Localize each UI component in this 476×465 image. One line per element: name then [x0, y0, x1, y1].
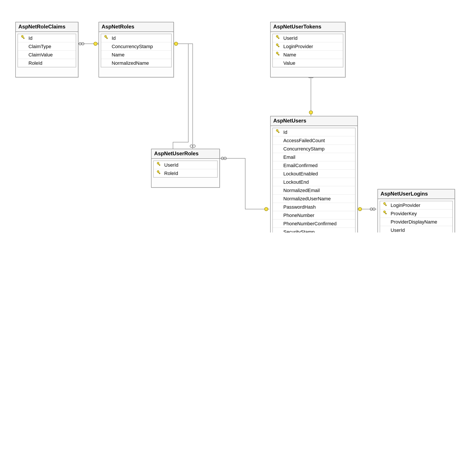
rel-userroles-users: [219, 157, 269, 211]
svg-point-16: [265, 207, 268, 211]
svg-point-5: [94, 42, 97, 45]
entity-columns: UserIdLoginProviderNameValue: [272, 34, 343, 67]
column-row[interactable]: PhoneNumberConfirmed: [273, 220, 355, 228]
column-name: ClaimType: [27, 42, 74, 50]
primary-key-icon: [275, 51, 282, 59]
column-row[interactable]: NormalizedEmail: [273, 186, 355, 195]
column-row[interactable]: Name: [101, 51, 171, 59]
erd-canvas: AspNetRoleClaims IdClaimTypeClaimValueRo…: [0, 0, 476, 232]
primary-key-icon: [103, 34, 110, 42]
column-row[interactable]: NormalizedName: [101, 59, 171, 67]
column-row[interactable]: UserId: [380, 226, 452, 232]
column-row[interactable]: LoginProvider: [273, 42, 343, 51]
entity-columns: IdConcurrencyStampNameNormalizedName: [101, 34, 172, 67]
column-row[interactable]: Id: [18, 34, 76, 42]
column-name: UserId: [389, 226, 451, 232]
primary-key-icon: [275, 42, 282, 50]
entity-aspnetusers[interactable]: AspNetUsers IdAccessFailedCountConcurren…: [270, 116, 358, 232]
column-name: NormalizedEmail: [282, 186, 353, 194]
primary-key-icon: [382, 201, 389, 209]
svg-point-7: [174, 42, 178, 45]
column-row[interactable]: AccessFailedCount: [273, 137, 355, 145]
column-row[interactable]: ProviderKey: [380, 210, 452, 218]
column-row[interactable]: LockoutEnabled: [273, 170, 355, 178]
column-name: NormalizedUserName: [282, 195, 353, 202]
entity-title: AspNetUsers: [271, 116, 357, 126]
rel-roleclaims-roles: [77, 42, 98, 45]
primary-key-icon: [275, 128, 282, 136]
column-name: ConcurrencyStamp: [110, 42, 169, 50]
column-name: Id: [282, 128, 353, 136]
column-row[interactable]: Email: [273, 153, 355, 161]
column-row[interactable]: ConcurrencyStamp: [101, 42, 171, 51]
column-row[interactable]: Value: [273, 59, 343, 67]
column-name: Value: [282, 59, 341, 67]
column-name: Email: [282, 153, 353, 161]
column-name: Id: [27, 34, 74, 42]
primary-key-icon: [155, 169, 163, 177]
column-name: ProviderDisplayName: [389, 218, 451, 226]
column-name: EmailConfirmed: [282, 161, 353, 169]
column-row[interactable]: RoleId: [18, 59, 76, 67]
column-row[interactable]: ProviderDisplayName: [380, 218, 452, 226]
column-name: PhoneNumber: [282, 211, 353, 219]
entity-aspnetroleclaims[interactable]: AspNetRoleClaims IdClaimTypeClaimValueRo…: [15, 22, 78, 77]
column-name: AccessFailedCount: [282, 137, 353, 144]
column-row[interactable]: LoginProvider: [380, 201, 452, 210]
svg-point-8: [190, 145, 193, 148]
entity-title: AspNetRoles: [99, 22, 173, 32]
primary-key-icon: [382, 210, 389, 217]
column-row[interactable]: Id: [101, 34, 171, 42]
column-row[interactable]: PhoneNumber: [273, 211, 355, 220]
entity-columns: UserIdRoleId: [153, 160, 218, 178]
column-name: ProviderKey: [389, 210, 451, 217]
column-name: Name: [282, 51, 341, 59]
primary-key-icon: [155, 161, 163, 169]
entity-aspnetuserroles[interactable]: AspNetUserRoles UserIdRoleId: [151, 149, 220, 188]
entity-aspnetusertokens[interactable]: AspNetUserTokens UserIdLoginProviderName…: [270, 22, 345, 77]
rel-roles-userroles: [173, 44, 188, 149]
rel-roles-userroles-2: [173, 42, 195, 150]
entity-aspnetroles[interactable]: AspNetRoles IdConcurrencyStampNameNormal…: [99, 22, 174, 77]
column-name: NormalizedName: [110, 59, 169, 67]
column-row[interactable]: UserId: [273, 34, 343, 42]
column-row[interactable]: RoleId: [154, 169, 217, 177]
column-row[interactable]: SecurityStamp: [273, 228, 355, 232]
entity-columns: LoginProviderProviderKeyProviderDisplayN…: [380, 201, 453, 232]
entity-title: AspNetRoleClaims: [16, 22, 78, 32]
column-name: UserId: [163, 161, 215, 169]
column-row[interactable]: Id: [273, 128, 355, 137]
primary-key-icon: [20, 34, 27, 42]
svg-point-4: [81, 42, 84, 45]
column-name: LockoutEnabled: [282, 170, 353, 178]
column-row[interactable]: NormalizedUserName: [273, 195, 355, 203]
column-name: UserId: [282, 34, 341, 42]
column-row[interactable]: Name: [273, 51, 343, 59]
entity-title: AspNetUserTokens: [271, 22, 345, 32]
column-name: PasswordHash: [282, 203, 353, 211]
column-name: PhoneNumberConfirmed: [282, 220, 353, 227]
svg-point-20: [373, 208, 375, 211]
column-name: LoginProvider: [282, 42, 341, 50]
column-row[interactable]: PasswordHash: [273, 203, 355, 211]
column-row[interactable]: ClaimType: [18, 42, 76, 51]
entity-columns: IdClaimTypeClaimValueRoleId: [18, 34, 76, 67]
column-row[interactable]: EmailConfirmed: [273, 161, 355, 170]
entity-aspnetuserlogins[interactable]: AspNetUserLogins LoginProviderProviderKe…: [377, 189, 455, 232]
entity-title: AspNetUserLogins: [378, 190, 454, 199]
column-row[interactable]: ConcurrencyStamp: [273, 145, 355, 153]
column-name: ClaimValue: [27, 51, 74, 59]
column-name: RoleId: [27, 59, 74, 67]
column-name: RoleId: [163, 169, 215, 177]
column-name: LoginProvider: [389, 201, 451, 209]
svg-point-3: [79, 42, 81, 45]
svg-point-13: [309, 111, 313, 114]
entity-columns: IdAccessFailedCountConcurrencyStampEmail…: [272, 128, 355, 232]
column-row[interactable]: ClaimValue: [18, 51, 76, 59]
column-name: SecurityStamp: [282, 228, 353, 232]
primary-key-icon: [275, 34, 282, 42]
column-row[interactable]: LockoutEnd: [273, 178, 355, 186]
column-name: Id: [110, 34, 169, 42]
rel-userlogins-users: [357, 207, 376, 211]
column-row[interactable]: UserId: [154, 161, 217, 169]
